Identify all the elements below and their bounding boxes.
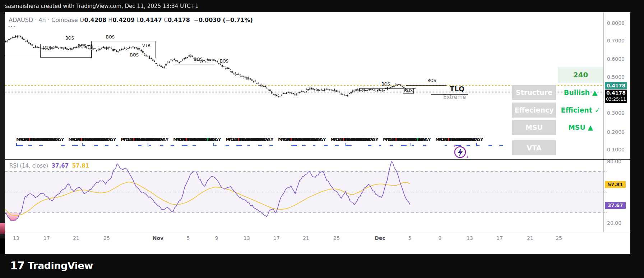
label-bos: BOS [381, 82, 390, 87]
ohlc-c: C0.4178 [162, 17, 190, 23]
weekday-green-mark: T [416, 137, 419, 142]
rsi-legend[interactable]: RSI (14, close) 37.67 57.81 [9, 163, 89, 169]
session-dash [445, 145, 447, 146]
label-bos: BOS [427, 78, 436, 83]
timeframe-cell: 240 [558, 67, 603, 83]
session-dash [171, 145, 174, 146]
session-dash [313, 145, 315, 146]
session-dash [17, 145, 23, 146]
time-tick-17: 17 [43, 235, 50, 241]
session-dash [368, 145, 371, 146]
weekday-green-mark: T [206, 137, 209, 142]
exchange-label: Coinbase [51, 17, 78, 23]
structure-line [406, 85, 446, 86]
tradingview-logo[interactable]: 17 TradingView [10, 258, 93, 273]
weekday-cluster: MONDAYWEDNESDAYTUESDAYTHURSDAYSATURDAYFR… [278, 137, 332, 143]
label-vtr: VTR [43, 45, 51, 50]
price-scale-label: 0.1000 [607, 147, 625, 152]
weekday-label: SUNDAY [409, 137, 431, 142]
rsi-level-tick [604, 192, 607, 192]
session-dash [160, 145, 163, 146]
time-tick-25: 25 [103, 235, 110, 241]
rsi-ma-value: 57.81 [72, 163, 89, 169]
session-dash [379, 145, 381, 146]
session-dash [83, 145, 85, 146]
session-dash [28, 145, 32, 146]
session-dash [105, 145, 108, 146]
time-tick-5: 5 [187, 235, 190, 241]
session-dash [236, 145, 242, 146]
session-dash [499, 145, 503, 146]
weekday-label: SUNDAY [147, 137, 169, 142]
price-scale-separator[interactable] [603, 12, 604, 232]
time-tick-9: 9 [439, 235, 442, 241]
label-extreme: Extreme [443, 94, 466, 100]
bottom-logo-band [0, 254, 644, 278]
time-tick-Dec: Dec [375, 235, 385, 241]
right-margin [630, 12, 644, 254]
weekday-label: SUNDAY [462, 137, 483, 142]
ohlc-l: L0.4147 [135, 17, 162, 23]
weekday-label: SUNDAY [200, 137, 221, 142]
session-dash [477, 145, 479, 146]
legend-more-button[interactable]: ... [8, 22, 15, 28]
last-price-countdown-badge: 0.4178 03:25:11 [605, 90, 627, 103]
structure-line [5, 57, 40, 57]
session-dash [390, 145, 393, 146]
side-value-structure: Bullish ▲ [558, 85, 603, 100]
label-tlq: TLQ [450, 85, 464, 93]
weekday-label: SUNDAY [357, 137, 379, 142]
time-tick-9: 9 [215, 235, 218, 241]
session-dash [94, 145, 98, 146]
rsi-value: 37.67 [52, 163, 69, 169]
session-tick [345, 143, 346, 146]
session-tick [148, 143, 148, 146]
side-button-msu[interactable]: MSU [512, 120, 556, 135]
weekday-label: SUNDAY [305, 137, 326, 142]
weekday-red-mark: I [28, 137, 30, 142]
ohlc-h: H0.4209 [106, 17, 135, 23]
weekday-red-mark: I [343, 137, 344, 142]
side-button-structure[interactable]: Structure [512, 85, 556, 100]
session-tick [82, 143, 83, 146]
rsi-pane-separator[interactable] [5, 159, 630, 160]
structure-line [175, 64, 215, 64]
session-dash [214, 145, 217, 146]
session-dash [149, 145, 151, 146]
price-scale-label: 0.7000 [607, 38, 625, 44]
symbol-legend[interactable]: ADAUSD · 4h · Coinbase O0.4208 H0.4209 L… [9, 17, 253, 24]
rsi-scale-label: 80.00 [607, 159, 621, 164]
time-tick-Nov: Nov [153, 235, 163, 241]
session-dash [412, 145, 414, 146]
time-tick-13: 13 [13, 235, 19, 241]
session-dash [72, 145, 78, 146]
tradingview-logo-mark: 17 [10, 259, 24, 272]
rsi-title: RSI [9, 163, 18, 169]
price-scale-label: 0.3000 [607, 110, 625, 116]
rsi-params: (14, close) [20, 163, 48, 169]
label-vtr: VTR [142, 43, 150, 48]
time-tick-21: 21 [73, 235, 79, 241]
rsi-value-badge: 37.67 [605, 202, 626, 209]
weekday-cluster: MONDAYWEDNESDAYTUESDAYTHURSDAYSATURDAYFR… [330, 137, 384, 143]
weekday-red-mark: I [185, 137, 187, 142]
session-dash [193, 145, 196, 146]
change-value: −0.0030 (−0.71%) [194, 17, 252, 23]
session-tick [16, 143, 17, 146]
side-button-vta[interactable]: VTA [512, 140, 556, 155]
ohlc-values: O0.4208 H0.4209 L0.4147 C0.4178 [80, 17, 190, 23]
session-dash [116, 145, 118, 146]
side-button-effeciency[interactable]: Effeciency [512, 102, 556, 118]
price-scale-label: 0.5000 [607, 74, 625, 80]
session-tick [476, 143, 477, 146]
session-dash [61, 145, 65, 146]
weekday-cluster: MONDAYWEDNESDAYTUESDAYTHURSDAYSATURDAYFR… [173, 137, 227, 143]
session-dash [258, 145, 262, 146]
weekday-red-mark: I [290, 137, 292, 142]
weekday-label: SUNDAY [43, 137, 64, 142]
time-tick-25: 25 [556, 235, 562, 241]
bar-countdown: 03:25:11 [605, 96, 627, 102]
attribution-bar: sasmaishera created with TradingView.com… [0, 0, 644, 12]
time-tick-17: 17 [273, 235, 280, 241]
session-dash [39, 145, 43, 146]
